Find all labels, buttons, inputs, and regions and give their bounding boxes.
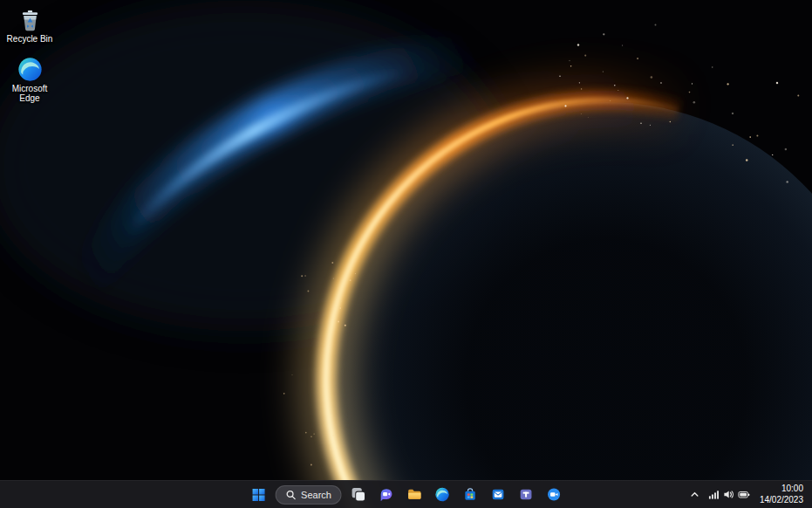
taskbar: Search <box>0 480 812 508</box>
search-icon <box>285 490 296 500</box>
edge-icon <box>434 487 449 502</box>
volume-icon <box>723 489 734 500</box>
network-icon <box>708 489 720 500</box>
clock[interactable]: 10:00 14/02/2023 <box>755 484 808 505</box>
chat-icon <box>379 487 393 502</box>
tray-chevron-button[interactable] <box>686 484 703 506</box>
task-view-icon <box>351 487 365 502</box>
battery-icon <box>738 489 750 500</box>
search-label: Search <box>301 490 331 500</box>
file-explorer-icon <box>406 487 421 502</box>
video-chat-button[interactable] <box>542 484 565 506</box>
desktop-screen: Recycle Bin Microsoft Edge <box>0 0 812 508</box>
task-view-button[interactable] <box>347 484 370 506</box>
desktop-icon-recycle-bin[interactable]: Recycle Bin <box>2 5 58 46</box>
store-icon <box>462 487 477 502</box>
edge-button[interactable] <box>431 484 454 506</box>
taskbar-center-group: Search <box>247 481 565 508</box>
desktop-icon-microsoft-edge[interactable]: Microsoft Edge <box>2 55 58 106</box>
wallpaper-image <box>0 0 812 508</box>
chevron-up-icon <box>690 490 699 499</box>
store-button[interactable] <box>459 484 481 506</box>
recycle-bin-icon <box>17 7 43 32</box>
tray-status-button[interactable] <box>705 484 754 506</box>
outlook-button[interactable] <box>487 484 509 506</box>
windows-logo-icon <box>251 488 265 502</box>
chat-button[interactable] <box>375 484 398 506</box>
desktop-icon-label: Microsoft Edge <box>3 84 56 104</box>
outlook-icon <box>490 487 505 502</box>
teams-button[interactable] <box>515 484 537 506</box>
search-box[interactable]: Search <box>275 485 342 505</box>
edge-icon <box>17 57 43 82</box>
start-button[interactable] <box>247 484 270 506</box>
file-explorer-button[interactable] <box>403 484 426 506</box>
video-chat-icon <box>546 487 561 502</box>
system-tray: 10:00 14/02/2023 <box>686 481 812 508</box>
clock-date: 14/02/2023 <box>760 495 803 505</box>
desktop-icon-list: Recycle Bin Microsoft Edge <box>2 5 58 106</box>
clock-time: 10:00 <box>781 484 803 494</box>
desktop-icon-label: Recycle Bin <box>7 34 53 45</box>
teams-icon <box>518 487 533 502</box>
